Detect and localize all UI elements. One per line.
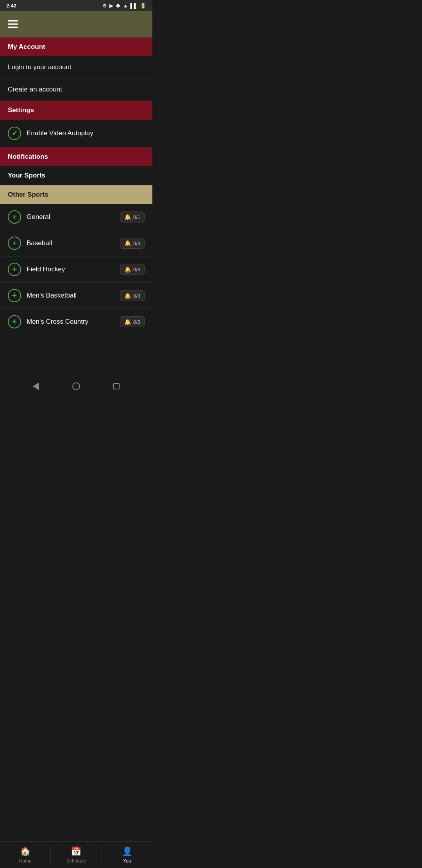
mens-cross-country-label: Men's Cross Country [27,318,114,326]
mens-cross-country-notif-badge: 🔔 0/3 [120,316,145,327]
baseball-label: Baseball [27,239,114,247]
status-time: 2:42 [6,3,16,9]
general-notif-count: 0/1 [133,214,140,220]
recent-square-icon [113,383,120,389]
autoplay-label: Enable Video Autoplay [27,129,145,137]
login-item[interactable]: Login to your account [0,56,152,79]
autoplay-item[interactable]: Enable Video Autoplay [0,120,152,147]
android-nav-bar [0,378,152,395]
content-area: My Account Login to your account Create … [0,38,152,378]
home-nav-label: Home [19,858,32,864]
baseball-notif-badge: 🔔 0/3 [120,238,145,249]
back-triangle-icon [33,382,39,390]
your-sports-header: Your Sports [0,166,152,185]
bell-icon-mens-cross-country: 🔔 [124,319,131,325]
nav-item-schedule[interactable]: 📅 Schedule [51,842,101,868]
field-hockey-notif-count: 0/3 [133,267,140,273]
wifi-icon: ▲ [123,3,128,9]
bell-icon-baseball: 🔔 [124,240,131,246]
create-account-item[interactable]: Create an account [0,79,152,101]
nav-item-you[interactable]: 👤 You [102,842,152,868]
bell-icon-general: 🔔 [124,214,131,220]
settings-header: Settings [0,101,152,120]
sport-item-field-hockey[interactable]: + Field Hockey 🔔 0/3 [0,256,152,283]
play-status-icon: ▶ [109,3,113,9]
hamburger-line-1 [8,20,18,22]
check-icon [8,127,21,140]
sport-item-baseball[interactable]: + Baseball 🔔 0/3 [0,230,152,256]
home-circle-icon [72,382,80,390]
add-field-hockey-icon: + [8,263,21,276]
bell-icon-field-hockey: 🔔 [124,266,131,273]
field-hockey-notif-badge: 🔔 0/3 [120,264,145,275]
my-account-header: My Account [0,38,152,56]
bottom-nav: 🏠 Home 📅 Schedule 👤 You [0,841,152,868]
home-button[interactable] [72,382,80,391]
add-mens-basketball-icon: + [8,289,21,302]
hamburger-line-3 [8,27,18,28]
hamburger-menu-button[interactable] [8,20,18,28]
notifications-header: Notifications [0,147,152,166]
baseball-notif-count: 0/3 [133,240,140,246]
status-bar: 2:42 ⚙ ▶ ⏺ ▲ ▌▌ 🔋 [0,0,152,11]
mens-basketball-notif-badge: 🔔 0/3 [120,290,145,301]
sport-item-mens-cross-country[interactable]: + Men's Cross Country 🔔 0/3 [0,309,152,335]
general-label: General [27,213,114,221]
bell-icon-mens-basketball: 🔔 [124,292,131,299]
mens-basketball-notif-count: 0/3 [133,293,140,299]
status-icons: ⚙ ▶ ⏺ ▲ ▌▌ 🔋 [102,3,146,9]
you-nav-label: You [123,858,131,864]
schedule-nav-label: Schedule [66,858,86,864]
add-baseball-icon: + [8,237,21,250]
back-button[interactable] [32,382,40,391]
sport-item-general[interactable]: + General 🔔 0/1 [0,204,152,230]
general-notif-badge: 🔔 0/1 [120,212,145,222]
mens-basketball-label: Men's Basketball [27,292,114,299]
sport-item-mens-basketball[interactable]: + Men's Basketball 🔔 0/3 [0,283,152,309]
app-header [0,11,152,38]
signal-icon: ▌▌ [131,3,138,9]
battery-icon: 🔋 [140,3,146,9]
settings-status-icon: ⚙ [102,3,107,9]
recent-button[interactable] [112,382,121,391]
other-sports-header: Other Sports [0,185,152,204]
mens-cross-country-notif-count: 0/3 [133,319,140,325]
home-icon: 🏠 [20,846,30,857]
hamburger-line-2 [8,23,18,25]
record-status-icon: ⏺ [116,3,121,9]
create-account-label: Create an account [8,86,145,93]
you-icon: 👤 [122,846,132,857]
nav-item-home[interactable]: 🏠 Home [0,842,50,868]
add-mens-cross-country-icon: + [8,315,21,328]
add-general-icon: + [8,210,21,224]
schedule-icon: 📅 [71,846,81,857]
login-label: Login to your account [8,63,145,71]
field-hockey-label: Field Hockey [27,265,114,273]
